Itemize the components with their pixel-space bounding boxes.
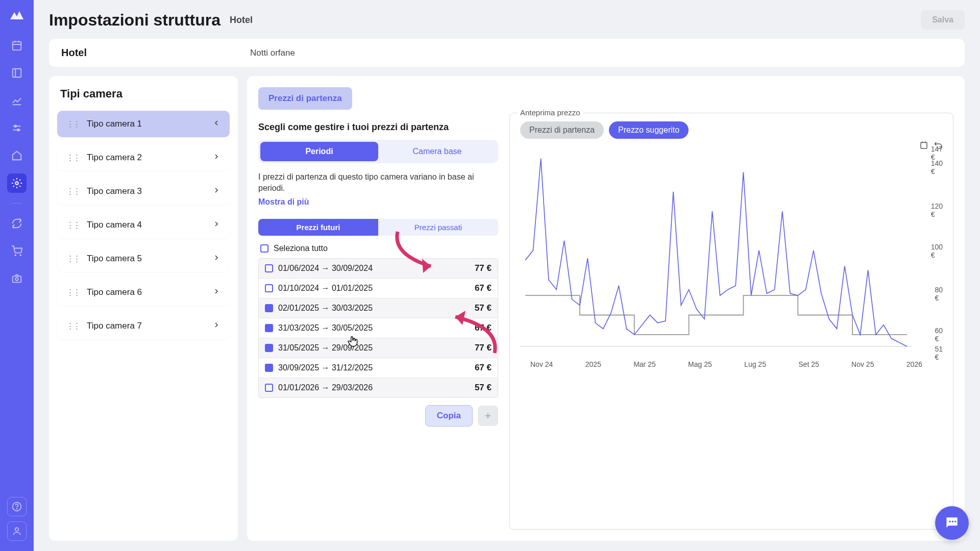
chevron-right-icon [212,321,220,331]
room-item-3[interactable]: ⋮⋮ Tipo camera 3 [57,178,230,205]
svg-point-18 [15,528,19,531]
svg-point-10 [17,129,19,131]
chat-bubble-button[interactable] [935,506,969,540]
price-value: 57 € [475,383,492,393]
room-item-7[interactable]: ⋮⋮ Tipo camera 7 [57,313,230,339]
settings-icon[interactable] [7,173,27,193]
svg-rect-21 [921,142,927,148]
page-header: Impostazioni struttura Hotel Salva [49,10,965,30]
room-label: Tipo camera 1 [87,119,212,129]
room-label: Tipo camera 7 [87,321,212,331]
chevron-right-icon [212,153,220,163]
x-tick-label: Lug 25 [744,360,766,368]
price-checkbox[interactable] [265,304,273,312]
info-text: I prezzi di partenza di questo tipo came… [258,171,498,194]
price-row[interactable]: 02/01/2025 → 30/03/2025 57 € [259,298,498,318]
svg-point-12 [15,255,16,256]
price-checkbox[interactable] [265,284,273,292]
building-icon[interactable] [7,146,27,165]
price-checkbox[interactable] [265,324,273,332]
drag-handle-icon[interactable]: ⋮⋮ [66,119,80,129]
drag-handle-icon[interactable]: ⋮⋮ [66,220,80,230]
manage-prices-title: Scegli come gestire i tuoi prezzi di par… [258,122,498,133]
price-value: 67 € [475,323,492,333]
drag-handle-icon[interactable]: ⋮⋮ [66,254,80,263]
method-toggle: Periodi Camera base [258,140,498,163]
room-item-1[interactable]: ⋮⋮ Tipo camera 1 [57,111,230,137]
room-item-5[interactable]: ⋮⋮ Tipo camera 5 [57,245,230,272]
hotel-card: Hotel Notti orfane [49,39,965,67]
sliders-icon[interactable] [7,118,27,138]
price-row[interactable]: 30/09/2025 → 31/12/2025 67 € [259,358,498,378]
save-button[interactable]: Salva [921,10,965,30]
flip-icon[interactable] [919,141,928,152]
price-row[interactable]: 31/05/2025 → 29/09/2025 77 € [259,338,498,358]
x-tick-label: 2025 [585,360,601,368]
drag-handle-icon[interactable]: ⋮⋮ [66,153,80,162]
svg-point-25 [954,521,956,522]
price-value: 67 € [475,283,492,293]
logo [9,10,24,20]
price-row[interactable]: 01/06/2024 → 30/09/2024 77 € [259,259,498,279]
room-item-4[interactable]: ⋮⋮ Tipo camera 4 [57,212,230,238]
drag-handle-icon[interactable]: ⋮⋮ [66,321,80,331]
price-row[interactable]: 01/01/2026 → 29/03/2026 57 € [259,378,498,397]
chevron-right-icon [212,220,220,230]
price-row[interactable]: 31/03/2025 → 30/05/2025 67 € [259,318,498,338]
chart-svg [520,153,912,357]
svg-point-8 [14,126,16,128]
svg-rect-14 [13,276,21,282]
room-label: Tipo camera 2 [87,153,212,163]
price-period: 01/10/2024 → 01/01/2025 [278,284,475,293]
y-tick-label: 100 € [931,243,943,259]
x-tick-label: Set 25 [798,360,819,368]
hotel-label: Hotel [61,47,250,59]
price-period: 01/01/2026 → 29/03/2026 [278,383,475,392]
price-checkbox[interactable] [265,344,273,352]
drag-handle-icon[interactable]: ⋮⋮ [66,288,80,297]
toggle-past-prices[interactable]: Prezzi passati [378,219,498,236]
price-checkbox[interactable] [265,384,273,392]
calendar-icon[interactable] [7,36,27,55]
cart-icon[interactable] [7,241,27,261]
camera-icon[interactable] [7,269,27,288]
user-icon[interactable] [7,521,27,541]
toggle-camera-base[interactable]: Camera base [378,142,496,161]
chart-icon[interactable] [7,91,27,110]
period-toggle: Prezzi futuri Prezzi passati [258,219,498,236]
page-title: Impostazioni struttura [49,11,220,30]
add-period-button[interactable] [478,406,498,426]
price-checkbox[interactable] [265,264,273,272]
toggle-future-prices[interactable]: Prezzi futuri [258,219,378,236]
prezzi-partenza-button[interactable]: Prezzi di partenza [258,87,352,110]
sidebar-nav [0,0,34,551]
room-item-6[interactable]: ⋮⋮ Tipo camera 6 [57,279,230,306]
drag-handle-icon[interactable]: ⋮⋮ [66,187,80,196]
price-value: 77 € [475,343,492,353]
toggle-periodi[interactable]: Periodi [260,142,378,161]
svg-rect-4 [13,69,21,78]
chevron-left-icon [212,119,220,129]
svg-point-17 [17,509,17,509]
copy-button[interactable]: Copia [425,405,473,427]
pill-prezzo-suggerito[interactable]: Prezzo suggerito [609,121,689,139]
select-all-checkbox[interactable] [260,244,268,253]
price-preview-chart: Anteprima prezzo Prezzi di partenza Prez… [509,113,953,530]
x-tick-label: Nov 25 [851,360,874,368]
x-tick-label: Mar 25 [633,360,656,368]
price-checkbox[interactable] [265,364,273,372]
refresh-icon[interactable] [7,214,27,233]
pill-prezzi-partenza[interactable]: Prezzi di partenza [520,121,604,139]
chevron-right-icon [212,287,220,297]
chart-title: Anteprima prezzo [517,108,583,117]
orphan-nights-label: Notti orfane [250,48,295,58]
price-period: 01/06/2024 → 30/09/2024 [278,264,475,273]
help-icon[interactable] [7,497,27,516]
layout-icon[interactable] [7,63,27,83]
price-row[interactable]: 01/10/2024 → 01/01/2025 67 € [259,279,498,298]
show-more-link[interactable]: Mostra di più [258,197,498,207]
room-item-2[interactable]: ⋮⋮ Tipo camera 2 [57,144,230,171]
price-value: 57 € [475,303,492,313]
svg-point-15 [15,278,18,281]
svg-point-23 [949,521,950,522]
